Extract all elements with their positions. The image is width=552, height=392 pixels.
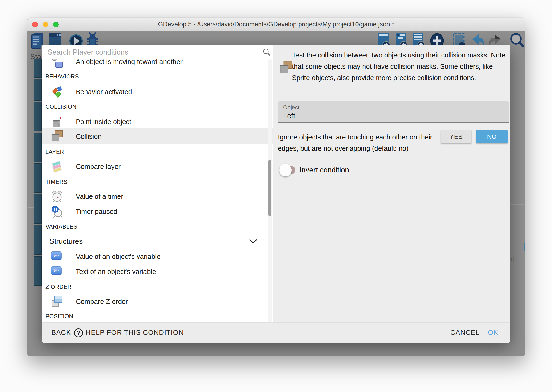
row-divider <box>510 204 525 205</box>
list-item[interactable]: Compare layer <box>42 159 273 174</box>
chevron-down-icon[interactable] <box>249 239 257 244</box>
object-field-label: Object <box>283 104 299 111</box>
layers-icon <box>51 160 64 173</box>
invert-condition-label: Invert condition <box>300 166 349 174</box>
section-header: LAYER <box>45 144 269 160</box>
list-item-label: Collision <box>76 128 102 143</box>
list-item-label: An object is moving toward another <box>76 59 182 69</box>
collision-icon <box>51 130 64 143</box>
invert-condition-toggle-knob[interactable] <box>279 164 291 176</box>
row-divider <box>510 104 525 104</box>
event-outline <box>28 133 34 206</box>
list-item[interactable]: Point inside object <box>42 114 273 129</box>
section-header: POSITION <box>45 309 269 322</box>
search-bar <box>42 45 273 60</box>
list-item-label: Compare Z order <box>76 294 128 309</box>
variable-icon: Var <box>51 266 64 280</box>
no-button[interactable]: NO <box>476 130 508 143</box>
row-divider <box>510 133 525 133</box>
list-item-label: Point inside object <box>76 114 131 129</box>
list-item-label: Timer paused <box>76 204 117 219</box>
list-item-label: Behavior activated <box>76 84 132 99</box>
event-outline <box>28 207 34 293</box>
event-block <box>34 102 42 132</box>
list-item[interactable]: An object is moving toward another <box>42 59 273 69</box>
section-header: COLLISION <box>45 99 269 114</box>
list-item-label: Text of an object's variable <box>76 264 156 279</box>
list-item[interactable]: Compare Z order <box>42 294 273 309</box>
row-divider <box>510 82 525 82</box>
list-item[interactable]: Behavior activated <box>42 84 273 99</box>
event-block <box>34 163 42 193</box>
event-block <box>34 79 42 101</box>
svg-text:Var: Var <box>53 253 59 258</box>
row-divider <box>510 164 525 164</box>
titlebar: GDevelop 5 - /Users/david/Documents/GDev… <box>27 18 525 31</box>
event-block <box>34 194 42 224</box>
ok-button[interactable]: OK <box>488 322 498 343</box>
yes-button[interactable]: YES <box>441 130 471 143</box>
timer-icon <box>51 190 64 203</box>
condition-description: Test the collision between two objects u… <box>292 49 511 83</box>
list-item-label: Compare layer <box>76 159 121 174</box>
list-item[interactable]: Var Value of an object's variable <box>42 249 273 264</box>
svg-text:Var: Var <box>53 269 59 273</box>
object-field[interactable]: Object Left <box>278 101 509 123</box>
variable-icon: Var <box>51 251 64 265</box>
window-title: GDevelop 5 - /Users/david/Documents/GDev… <box>27 18 525 31</box>
section-header: Z ORDER <box>45 279 269 294</box>
help-icon[interactable]: ? <box>74 328 83 337</box>
list-item-label: Value of a timer <box>76 189 123 204</box>
section-header: BEHAVIORS <box>45 69 269 84</box>
instruction-editor-dialog: An object is moving toward another BEHAV… <box>42 45 510 343</box>
help-button[interactable]: HELP FOR THIS CONDITION <box>86 322 184 343</box>
behavior-icon <box>51 85 64 98</box>
event-block <box>34 59 42 78</box>
list-scrollbar-thumb[interactable] <box>269 160 271 216</box>
app-window: GDevelop 5 - /Users/david/Documents/GDev… <box>27 18 525 356</box>
search-input[interactable] <box>47 46 255 58</box>
z-order-icon <box>51 295 64 308</box>
list-group-structures[interactable]: Structures <box>42 234 273 249</box>
event-block <box>34 256 42 286</box>
object-moving-toward-icon <box>51 59 64 68</box>
point-inside-object-icon <box>51 115 64 128</box>
event-block <box>34 225 42 255</box>
cancel-button[interactable]: CANCEL <box>450 322 480 343</box>
timer-paused-icon <box>51 205 64 218</box>
list-item-selected[interactable]: Collision <box>42 128 273 144</box>
section-header: VARIABLES <box>45 219 269 234</box>
event-outline <box>28 84 34 132</box>
row-divider <box>510 236 525 236</box>
back-button[interactable]: BACK <box>51 322 71 343</box>
dialog-footer: BACK ? HELP FOR THIS CONDITION CANCEL OK <box>42 322 510 343</box>
collision-icon <box>279 61 293 74</box>
group-label: Structures <box>49 234 83 249</box>
list-item[interactable]: Var Text of an object's variable <box>42 264 273 279</box>
search-icon[interactable] <box>510 32 524 51</box>
list-item-label: Value of an object's variable <box>76 249 161 264</box>
list-item[interactable]: Value of a timer <box>42 189 273 204</box>
ignore-edges-label: Ignore objects that are touching each ot… <box>278 132 433 154</box>
section-header: TIMERS <box>45 174 269 189</box>
search-icon <box>262 48 271 56</box>
event-block <box>34 133 42 162</box>
list-item[interactable]: Timer paused <box>42 204 273 219</box>
object-field-value: Left <box>283 112 295 120</box>
conditions-list: An object is moving toward another BEHAV… <box>42 59 273 322</box>
condition-details-panel <box>273 45 510 322</box>
